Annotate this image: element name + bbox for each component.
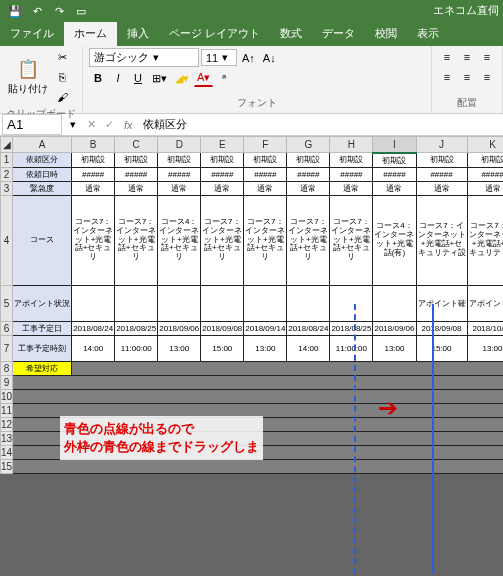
align-left-icon[interactable]: ≡ <box>438 68 456 86</box>
undo-icon[interactable]: ↶ <box>28 2 46 20</box>
table-row: 5アポイント状況アポイント確アポイント確 <box>1 285 504 321</box>
tab-data[interactable]: データ <box>312 22 365 46</box>
col-D[interactable]: D <box>158 137 201 153</box>
table-row: 10 <box>1 389 504 403</box>
font-size[interactable]: 11▾ <box>201 49 237 66</box>
col-A[interactable]: A <box>13 137 72 153</box>
select-all[interactable]: ◢ <box>1 137 13 153</box>
save-icon[interactable]: 💾 <box>6 2 24 20</box>
tab-insert[interactable]: 挿入 <box>117 22 159 46</box>
table-row: 12 <box>1 417 504 431</box>
filename: エネコム直伺 <box>433 3 499 18</box>
table-row: 1依頼区分初期設初期設初期設初期設初期設初期設初期設初期設初期設初期設 <box>1 153 504 168</box>
bold-button[interactable]: B <box>89 69 107 87</box>
shrink-font-icon[interactable]: A↓ <box>260 49 279 67</box>
tab-file[interactable]: ファイル <box>0 22 64 46</box>
chevron-down-icon: ▾ <box>222 51 228 64</box>
worksheet[interactable]: ◢ A B C D E F G H I J K L 1依頼区分初期設初期設初期設… <box>0 136 503 474</box>
table-row: 14 <box>1 445 504 459</box>
phonetic-icon[interactable]: ᵃ <box>215 69 233 87</box>
underline-button[interactable]: U <box>129 69 147 87</box>
formula-value[interactable]: 依頼区分 <box>139 115 503 134</box>
align-btm-icon[interactable]: ≡ <box>478 48 496 66</box>
fontcolor-icon[interactable]: A▾ <box>194 69 213 87</box>
col-J[interactable]: J <box>416 137 467 153</box>
tab-view[interactable]: 表示 <box>407 22 449 46</box>
formula-bar: ▾ ✕ ✓ fx 依頼区分 <box>0 114 503 136</box>
paste-icon: 📋 <box>17 58 39 80</box>
font-family[interactable]: 游ゴシック▾ <box>89 48 199 67</box>
align-top-icon[interactable]: ≡ <box>438 48 456 66</box>
col-G[interactable]: G <box>287 137 330 153</box>
copy-icon[interactable]: ⎘ <box>53 68 71 86</box>
table-row: 7工事予定時刻14:0011:00:0013:0015:0013:0014:00… <box>1 335 504 361</box>
fill-icon[interactable]: ◢▾ <box>172 69 192 87</box>
cut-icon[interactable]: ✂ <box>53 48 71 66</box>
tab-layout[interactable]: ページ レイアウト <box>159 22 270 46</box>
table-row: 2依頼日時###################################… <box>1 167 504 181</box>
col-E[interactable]: E <box>201 137 244 153</box>
align-mid-icon[interactable]: ≡ <box>458 48 476 66</box>
table-row: 11 <box>1 403 504 417</box>
col-C[interactable]: C <box>115 137 158 153</box>
group-font: フォント <box>89 95 425 111</box>
table-row: 4コースコース7：インターネット+光電話+セキュリコース7：インターネット+光電… <box>1 195 504 285</box>
col-B[interactable]: B <box>72 137 115 153</box>
chevron-down-icon[interactable]: ▾ <box>64 116 82 134</box>
name-box[interactable] <box>2 114 62 135</box>
border-icon[interactable]: ⊞▾ <box>149 69 170 87</box>
chevron-down-icon: ▾ <box>153 51 159 64</box>
check-icon[interactable]: ✓ <box>100 116 118 134</box>
align-right-icon[interactable]: ≡ <box>478 68 496 86</box>
new-icon[interactable]: ▭ <box>72 2 90 20</box>
table-row: 3緊急度通常通常通常通常通常通常通常通常通常通常 <box>1 181 504 195</box>
ribbon: 📋 貼り付け ✂ ⎘ 🖌 クリップボード 游ゴシック▾ 11▾ A↑ A↓ B … <box>0 46 503 114</box>
table-row: 15 <box>1 459 504 473</box>
fx-icon[interactable]: fx <box>118 119 139 131</box>
col-H[interactable]: H <box>330 137 373 153</box>
brush-icon[interactable]: 🖌 <box>53 88 71 106</box>
table-row: 6工事予定日2018/08/242018/08/252018/09/062018… <box>1 321 504 335</box>
table-row: 8希望対応 <box>1 361 504 375</box>
tab-formula[interactable]: 数式 <box>270 22 312 46</box>
tab-home[interactable]: ホーム <box>64 22 117 46</box>
group-align: 配置 <box>438 95 496 111</box>
italic-button[interactable]: I <box>109 69 127 87</box>
grow-font-icon[interactable]: A↑ <box>239 49 258 67</box>
align-center-icon[interactable]: ≡ <box>458 68 476 86</box>
table-row: 9 <box>1 375 504 389</box>
cancel-icon[interactable]: ✕ <box>82 116 100 134</box>
col-F[interactable]: F <box>244 137 287 153</box>
col-I[interactable]: I <box>373 137 416 153</box>
paste-button[interactable]: 📋 貼り付け <box>6 56 50 98</box>
column-headers: ◢ A B C D E F G H I J K L <box>1 137 504 153</box>
ribbon-tabs: ファイル ホーム 挿入 ページ レイアウト 数式 データ 校閲 表示 <box>0 22 503 46</box>
redo-icon[interactable]: ↷ <box>50 2 68 20</box>
table-row: 13 <box>1 431 504 445</box>
col-K[interactable]: K <box>467 137 503 153</box>
tab-review[interactable]: 校閲 <box>365 22 407 46</box>
